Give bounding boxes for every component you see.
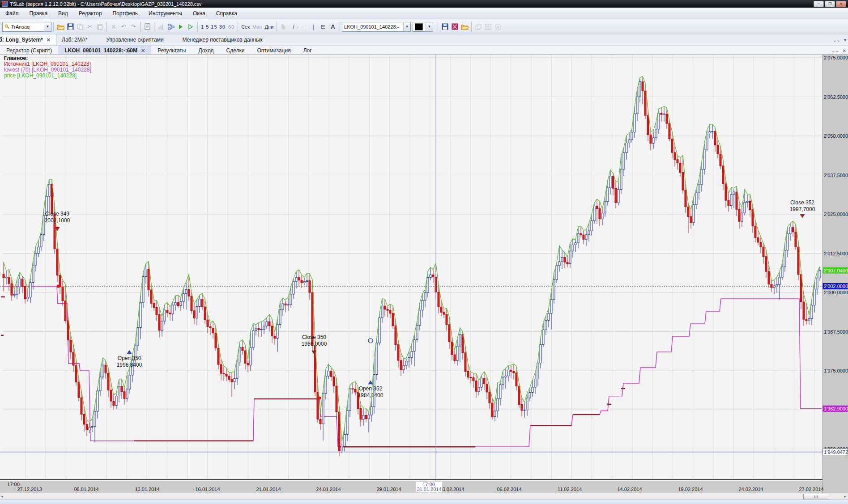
chevron-down-icon[interactable]: ▼ [426,23,433,31]
menu-file[interactable]: Файл [0,10,24,17]
vline-icon[interactable]: | [308,22,318,32]
tab-long-system[interactable]: аб: Long_System* ✕ [0,34,56,45]
trade-annotation-close-352: Close 352 1997,7000 [790,199,815,213]
tab-list-icon[interactable]: ▾ [844,38,846,42]
maximize-button[interactable]: ❐ [825,1,835,7]
redo-icon[interactable]: ↷ [128,22,138,32]
svg-text:16.01.2014: 16.01.2014 [195,487,220,492]
open-layout-icon[interactable] [460,22,469,32]
tab-scroll-icon[interactable]: ⌄⌄ [833,38,840,42]
menu-windows[interactable]: Окна [187,10,211,17]
tab-label: аб: Long_System* [0,37,43,43]
toolbar: TrAnsaq ▼ ✂ ✕ ↶ ↷ 1 5 15 30 60 Сек Мин Д… [0,19,848,34]
color-combo[interactable]: ▼ [413,22,433,32]
svg-text:2'002.0000: 2'002.0000 [824,284,848,289]
timeframe-buttons[interactable]: 1 5 15 30 [201,24,226,30]
menu-help[interactable]: Справка [211,10,243,17]
tab-data-providers[interactable]: Менеджер поставщиков данных [177,34,268,45]
svg-text:2'000.0000: 2'000.0000 [824,290,848,295]
pin-panel-icon[interactable]: ⌄⌄ [831,48,839,53]
chart-legend: Главное: Источник1 [LKOH_090101_140228] … [4,55,91,79]
tab-label: Лаб: 2МА* [62,37,87,43]
close-tab-icon[interactable]: ✕ [47,37,51,43]
close-button[interactable]: ✕ [836,1,846,7]
hline-icon[interactable]: — [298,22,308,32]
svg-text:1'987.5000: 1'987.5000 [824,329,848,335]
svg-text:31.01.2014: 31.01.2014 [417,487,441,492]
paste-icon[interactable] [95,22,105,32]
chevron-down-icon[interactable]: ▼ [44,23,51,31]
tab-script-manager[interactable]: Управление скриптами [101,34,169,45]
svg-text:24.01.2014: 24.01.2014 [316,487,341,492]
connection-label: TrAnsaq [11,24,30,30]
menu-view[interactable]: Вид [53,10,73,17]
scroll-handle[interactable]: III [803,494,829,500]
candlestick-chart[interactable]: 2'075.00002'062.50002'050.00002'037.5000… [0,55,848,493]
run-step-icon[interactable] [186,22,196,32]
title-bar[interactable]: TSLab (версия 1.2.12.0:32bit) - C:\Users… [0,0,848,8]
save-icon[interactable] [65,22,75,32]
tab-label: Лог [303,47,312,54]
trade-price: 1997,7000 [790,206,815,213]
tab-label: Оптимизация [257,47,290,54]
vertical-text-icon[interactable]: Ш [318,22,328,32]
chart-panel[interactable]: 2'075.00002'062.50002'050.00002'037.5000… [0,54,848,504]
run-icon[interactable] [176,22,186,32]
svg-text:29.01.2014: 29.01.2014 [376,487,401,492]
scroll-right-icon[interactable]: ▸ [844,494,846,499]
open-icon[interactable] [55,22,65,32]
tab-label: Сделки [226,47,245,54]
trade-annotation-close-349: Close 349 2002,1000 [45,211,70,224]
svg-text:1'975.0000: 1'975.0000 [824,368,848,373]
trade-annotation-open-352: Open 352 1984,1400 [358,385,384,399]
menu-tools[interactable]: Инструменты [143,10,187,17]
chart-hscrollbar[interactable]: ◂ III ▸ [0,493,848,500]
pointer-icon[interactable] [279,22,289,32]
trade-annotation-open-350: Open 350 1996,8400 [117,355,142,368]
copy-icon[interactable] [75,22,85,32]
app-icon [2,1,8,7]
trade-label: Open 352 [358,385,384,392]
workspace-tab-bar: аб: Long_System* ✕ Лаб: 2МА* Управление … [0,34,848,46]
separator [154,22,154,32]
svg-text:2'007.0400: 2'007.0400 [824,268,848,273]
menu-editor[interactable]: Редактор [73,10,107,17]
window-close-all-icon[interactable] [493,22,503,32]
hotkeys-icon[interactable] [450,22,460,32]
save-layout-icon[interactable] [440,22,450,32]
minimize-button[interactable]: ─ [814,1,824,7]
separator [140,22,141,32]
svg-text:06.02.2014: 06.02.2014 [497,487,521,492]
close-tab-icon[interactable]: ✕ [141,48,145,54]
undo-icon[interactable]: ↶ [119,22,128,32]
chevron-down-icon[interactable]: ▼ [403,23,410,31]
cut-icon[interactable]: ✂ [85,22,95,32]
delete-icon[interactable]: ✕ [109,22,119,32]
close-panel-icon[interactable]: ✕ [843,48,846,53]
symbol-combo[interactable]: LKOH_090101_140228:- ▼ [342,22,411,32]
separator [438,22,438,32]
menu-edit[interactable]: Правка [24,10,53,17]
trade-annotation-close-350: Close 350 1966,0000 [302,334,327,347]
tab-label: LKOH_090101_140228:-:60M [64,47,137,54]
trade-price: 1996,8400 [117,362,142,368]
scroll-left-icon[interactable]: ◂ [1,494,3,499]
unit-min-button[interactable]: Мин [252,24,262,30]
menu-bar: Файл Правка Вид Редактор Портфель Инстру… [0,8,848,19]
symbol-combo-value: LKOH_090101_140228:- [344,24,399,30]
unit-day-button[interactable]: Дни [264,24,273,30]
separator [53,22,54,32]
window-cascade-icon[interactable] [473,22,483,32]
text-icon[interactable]: A [328,22,338,32]
script-icon[interactable] [142,22,152,32]
timeframe-60-button[interactable]: 60 [228,24,234,30]
window-tile-icon[interactable] [483,22,493,32]
menu-portfolio[interactable]: Портфель [107,10,143,17]
schema-icon[interactable] [166,22,176,32]
separator [471,22,472,32]
connection-combo[interactable]: TrAnsaq ▼ [2,22,51,32]
unit-sec-button[interactable]: Сек [241,24,250,30]
chart-icon[interactable] [156,22,166,32]
tab-2ma[interactable]: Лаб: 2МА* [56,34,93,45]
trendline-icon[interactable]: / [289,22,298,32]
